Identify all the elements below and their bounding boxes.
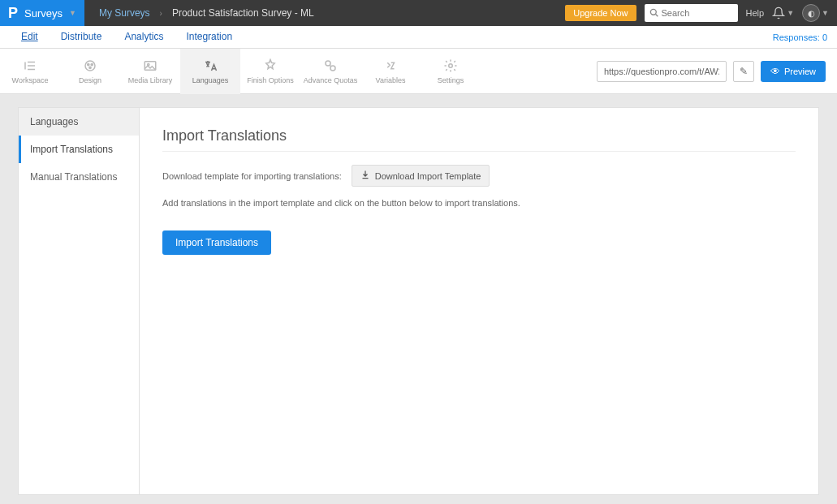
search-input[interactable] (662, 8, 731, 18)
topbar-right: Upgrade Now Help ▼ ◐ ▼ (565, 4, 837, 22)
media-icon (143, 58, 157, 73)
pencil-icon: ✎ (740, 66, 748, 77)
svg-point-0 (650, 9, 656, 15)
eye-icon: 👁 (770, 66, 780, 77)
download-label: Download template for importing translat… (162, 171, 342, 181)
survey-url-input[interactable] (597, 61, 727, 82)
download-icon (360, 170, 370, 182)
finish-icon (263, 58, 278, 73)
surveys-dropdown[interactable]: Surveys ▼ (24, 7, 76, 19)
logo-block[interactable]: P Surveys ▼ (0, 0, 84, 26)
breadcrumb-root[interactable]: My Surveys (99, 7, 150, 19)
tab-edit[interactable]: Edit (10, 26, 50, 48)
svg-point-12 (326, 61, 330, 66)
download-template-button[interactable]: Download Import Template (352, 165, 490, 187)
upgrade-button[interactable]: Upgrade Now (565, 5, 636, 21)
tool-media-library[interactable]: Media Library (120, 49, 180, 94)
caret-down-icon: ▼ (787, 9, 794, 17)
tool-label: Workspace (12, 76, 49, 84)
bell-icon[interactable]: ▼ (772, 6, 794, 19)
caret-down-icon: ▼ (822, 9, 829, 17)
svg-point-15 (449, 63, 453, 67)
download-button-label: Download Import Template (375, 171, 481, 181)
main-panel: Import Translations Download template fo… (140, 107, 819, 495)
panel-title: Import Translations (162, 127, 796, 144)
workspace-icon (23, 58, 37, 73)
languages-icon (203, 58, 218, 73)
avatar-wrapper[interactable]: ◐ ▼ (802, 4, 829, 22)
tab-distribute[interactable]: Distribute (50, 26, 114, 48)
download-row: Download template for importing translat… (162, 165, 796, 187)
sidebar: Languages Import Translations Manual Tra… (18, 107, 140, 495)
sidebar-item-manual-translations[interactable]: Manual Translations (19, 163, 139, 191)
preview-button[interactable]: 👁 Preview (761, 61, 826, 82)
chevron-right-icon: › (160, 9, 162, 18)
svg-line-1 (655, 14, 658, 16)
quotas-icon (323, 58, 338, 73)
workarea: Languages Import Translations Manual Tra… (0, 94, 837, 504)
help-link[interactable]: Help (746, 8, 765, 18)
tool-variables[interactable]: Variables (360, 49, 421, 94)
surveys-label: Surveys (24, 7, 63, 19)
edit-url-button[interactable]: ✎ (733, 61, 754, 82)
import-translations-button[interactable]: Import Translations (162, 230, 271, 255)
logo-icon: P (8, 5, 18, 22)
tool-design[interactable]: Design (60, 49, 120, 94)
svg-point-8 (91, 63, 93, 65)
tool-label: Settings (438, 76, 464, 84)
search-box[interactable] (645, 4, 738, 22)
tab-integration[interactable]: Integration (175, 26, 244, 48)
tabbar: Edit Distribute Analytics Integration Re… (0, 26, 837, 49)
topbar: P Surveys ▼ My Surveys › Product Satisfa… (0, 0, 837, 26)
tool-finish-options[interactable]: Finish Options (240, 49, 300, 94)
tool-label: Design (79, 76, 101, 84)
toolbar: Workspace Design Media Library Languages… (0, 49, 837, 94)
svg-point-6 (85, 61, 95, 71)
toolbar-right: ✎ 👁 Preview (597, 61, 837, 82)
sidebar-item-languages[interactable]: Languages (19, 108, 139, 136)
avatar-icon: ◐ (802, 4, 820, 22)
divider (162, 151, 796, 152)
breadcrumb: My Surveys › Product Satisfaction Survey… (84, 7, 314, 19)
tool-advance-quotas[interactable]: Advance Quotas (300, 49, 360, 94)
svg-line-14 (330, 65, 331, 67)
tool-languages[interactable]: Languages (180, 49, 240, 94)
preview-label: Preview (784, 67, 816, 76)
sidebar-item-import-translations[interactable]: Import Translations (19, 136, 139, 163)
tool-workspace[interactable]: Workspace (0, 49, 60, 94)
settings-icon (443, 58, 458, 73)
breadcrumb-title: Product Satisfaction Survey - ML (172, 7, 314, 19)
svg-point-7 (88, 63, 89, 65)
tool-label: Advance Quotas (304, 76, 358, 84)
tool-label: Languages (192, 76, 229, 84)
caret-down-icon: ▼ (69, 9, 76, 17)
tool-label: Variables (376, 76, 406, 84)
svg-point-13 (330, 66, 335, 71)
search-icon (649, 8, 658, 19)
tool-label: Finish Options (247, 76, 294, 84)
design-icon (83, 58, 97, 73)
svg-point-9 (89, 67, 91, 68)
tool-settings[interactable]: Settings (421, 49, 481, 94)
tab-analytics[interactable]: Analytics (113, 26, 175, 48)
responses-count[interactable]: Responses: 0 (773, 32, 827, 42)
variables-icon (383, 58, 398, 73)
instruction-text: Add translations in the import template … (162, 198, 796, 208)
tool-label: Media Library (128, 76, 173, 84)
